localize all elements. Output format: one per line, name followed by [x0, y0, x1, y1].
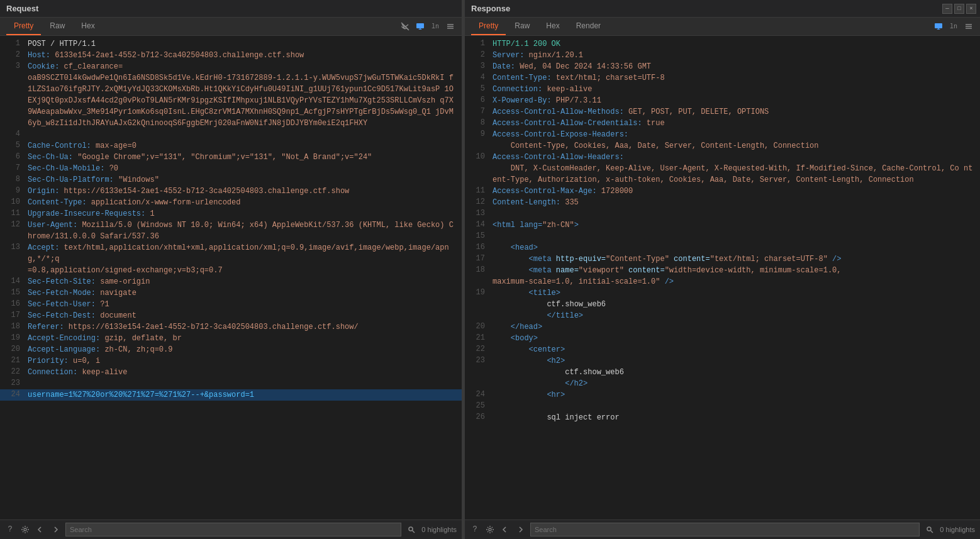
minimize-btn[interactable]: ─ — [942, 4, 952, 14]
restore-btn[interactable]: □ — [954, 4, 964, 14]
table-row: 20 Accept-Language: zh-CN, zh;q=0.9 — [0, 344, 462, 355]
table-row: 22 <center> — [465, 344, 980, 355]
table-row: 17 Sec-Fetch-Dest: document — [0, 310, 462, 321]
response-forward-icon[interactable] — [515, 525, 525, 535]
table-row: 25 — [465, 401, 980, 412]
tab-response-pretty[interactable]: Pretty — [471, 18, 506, 35]
table-row: 16 <head> — [465, 242, 980, 253]
table-row: 21 <body> — [465, 333, 980, 344]
table-row: 6 Sec-Ch-Ua: "Google Chrome";v="131", "C… — [0, 152, 462, 163]
response-menu-icon[interactable] — [964, 21, 974, 31]
tab-response-render[interactable]: Render — [569, 18, 608, 35]
table-row: 1 HTTP/1.1 200 OK — [465, 38, 980, 50]
table-row: 21 Priority: u=0, i — [0, 355, 462, 367]
tab-request-pretty[interactable]: Pretty — [6, 18, 41, 35]
svg-point-13 — [927, 527, 931, 531]
table-row: 17 <meta http-equiv="Content-Type" conte… — [465, 253, 980, 265]
table-row: 13 — [465, 208, 980, 219]
table-row: 11 Access-Control-Max-Age: 1728000 — [465, 186, 980, 197]
table-row: 24 <hr> — [465, 389, 980, 401]
table-row: 2 Host: 6133e154-2ae1-4552-b712-3ca40250… — [0, 50, 462, 61]
table-row: 20 </head> — [465, 321, 980, 333]
table-row: 1 POST / HTTP/1.1 — [0, 38, 462, 50]
svg-rect-1 — [416, 23, 424, 28]
tab-response-hex[interactable]: Hex — [538, 18, 567, 35]
table-row: 12 Content-Length: 335 — [465, 197, 980, 208]
response-panel-title: Response — [471, 4, 510, 13]
table-row: 19 Accept-Encoding: gzip, deflate, br — [0, 333, 462, 344]
help-icon[interactable]: ? — [5, 525, 15, 535]
table-row: 15 Sec-Fetch-Mode: navigate — [0, 287, 462, 299]
table-row: 13 Accept: text/html,application/xhtml+x… — [0, 242, 462, 276]
table-row: 15 — [465, 231, 980, 242]
close-btn[interactable]: × — [966, 4, 976, 14]
message-icon[interactable] — [415, 21, 425, 31]
eye-off-icon[interactable] — [400, 21, 410, 31]
table-row: 18 Referer: https://6133e154-2ae1-4552-b… — [0, 321, 462, 333]
response-help-icon[interactable]: ? — [470, 525, 480, 535]
forward-icon[interactable] — [50, 525, 60, 535]
table-row: 19 <title> ctf.show_web6 </title> — [465, 287, 980, 321]
table-row: 6 X-Powered-By: PHP/7.3.11 — [465, 95, 980, 106]
table-row: 10 Content-Type: application/x-www-form-… — [0, 197, 462, 208]
svg-line-14 — [931, 531, 933, 533]
response-search-input[interactable] — [530, 523, 920, 536]
request-search-input[interactable] — [65, 523, 401, 536]
table-row: 23 <h2> ctf.show_web6 </h2> — [465, 355, 980, 389]
back-icon[interactable] — [35, 525, 45, 535]
request-panel-title: Request — [6, 4, 38, 13]
table-row: 5 Cache-Control: max-age=0 — [0, 140, 462, 152]
response-settings-icon[interactable] — [485, 525, 495, 535]
settings-icon[interactable] — [20, 525, 30, 535]
table-row: 3 Cookie: cf_clearance= oaB9SCZT0l4kGwdw… — [0, 61, 462, 129]
tab-response-raw[interactable]: Raw — [507, 18, 537, 35]
table-row: 11 Upgrade-Insecure-Requests: 1 — [0, 208, 462, 219]
tab-request-raw[interactable]: Raw — [42, 18, 72, 35]
table-row: 16 Sec-Fetch-User: ?1 — [0, 299, 462, 310]
request-search-icon[interactable] — [406, 525, 416, 535]
svg-point-6 — [409, 527, 413, 531]
table-row: 24 username=1%27%20or%20%271%27=%271%27-… — [0, 389, 462, 401]
response-back-icon[interactable] — [500, 525, 510, 535]
table-row: 12 User-Agent: Mozilla/5.0 (Windows NT 1… — [0, 219, 462, 242]
response-highlights: 0 highlights — [940, 526, 975, 533]
response-content: 1 HTTP/1.1 200 OK 2 Server: nginx/1.20.1… — [465, 36, 980, 520]
table-row: 3 Date: Wed, 04 Dec 2024 14:33:56 GMT — [465, 61, 980, 72]
table-row: 26 sql inject error — [465, 412, 980, 423]
response-ln-icon[interactable]: ln — [949, 21, 959, 31]
response-message-icon[interactable] — [933, 21, 944, 31]
table-row: 23 — [0, 378, 462, 389]
request-content: 1 POST / HTTP/1.1 2 Host: 6133e154-2ae1-… — [0, 36, 462, 520]
table-row: 7 Access-Control-Allow-Methods: GET, POS… — [465, 106, 980, 118]
ln-icon[interactable]: ln — [430, 21, 440, 31]
menu-icon[interactable] — [445, 21, 455, 31]
table-row: 22 Connection: keep-alive — [0, 367, 462, 378]
table-row: 14 <html lang="zh-CN"> — [465, 219, 980, 231]
table-row: 4 — [0, 129, 462, 140]
table-row: 8 Sec-Ch-Ua-Platform: "Windows" — [0, 174, 462, 186]
table-row: 2 Server: nginx/1.20.1 — [465, 50, 980, 61]
table-row: 14 Sec-Fetch-Site: same-origin — [0, 276, 462, 287]
request-highlights: 0 highlights — [421, 526, 457, 533]
table-row: 18 <meta name="viewport" content="width=… — [465, 265, 980, 287]
svg-rect-8 — [935, 23, 942, 28]
svg-line-7 — [413, 531, 415, 533]
response-search-icon[interactable] — [925, 525, 935, 535]
table-row: 9 Origin: https://6133e154-2ae1-4552-b71… — [0, 186, 462, 197]
response-bottom-bar: ? — [465, 520, 980, 539]
table-row: 7 Sec-Ch-Ua-Mobile: ?0 — [0, 163, 462, 174]
table-row: 8 Access-Control-Allow-Credentials: true — [465, 118, 980, 129]
table-row: 5 Connection: keep-alive — [465, 84, 980, 95]
svg-point-12 — [489, 528, 491, 531]
svg-point-5 — [24, 528, 26, 531]
table-row: 9 Access-Control-Expose-Headers: Content… — [465, 129, 980, 152]
tab-request-hex[interactable]: Hex — [74, 18, 102, 35]
request-bottom-bar: ? — [0, 520, 462, 539]
table-row: 4 Content-Type: text/html; charset=UTF-8 — [465, 72, 980, 84]
table-row: 10 Access-Control-Allow-Headers: DNT, X-… — [465, 152, 980, 186]
